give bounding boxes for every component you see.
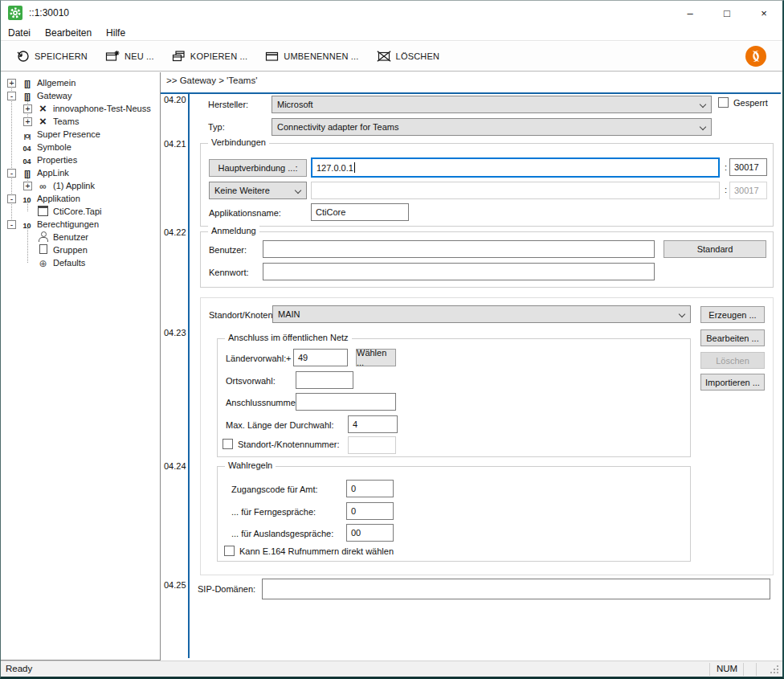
umbenennen-button[interactable]: UMBENENNEN ...	[263, 46, 361, 67]
applikationsname-input[interactable]: CtiCore	[311, 203, 409, 221]
tree-item-cticore-tapi[interactable]: CtiCore.Tapi	[1, 205, 160, 218]
e164-checkbox[interactable]	[224, 546, 235, 556]
weitere-port-input[interactable]: 30017	[729, 182, 767, 199]
innovaphone-logo	[744, 44, 768, 68]
collapse-icon[interactable]: -	[7, 194, 16, 203]
wahlregeln-title: Wahlregeln	[225, 460, 276, 470]
standard-button[interactable]: Standard	[664, 240, 766, 258]
chevron-down-icon	[679, 311, 685, 317]
weitere-verbindung-select[interactable]: Keine Weitere	[209, 182, 307, 199]
breadcrumb: >> Gateway > 'Teams'	[166, 76, 257, 85]
plus-prefix: +	[286, 354, 291, 363]
status-separator	[709, 663, 710, 676]
verbindungen-title: Verbindungen	[208, 137, 269, 147]
maxlaenge-label: Max. Länge der Durchwahl:	[226, 420, 334, 430]
tree-item-gruppen[interactable]: Gruppen	[1, 243, 160, 256]
tree-item-label: Teams	[53, 117, 79, 126]
anschlussnummer-input[interactable]	[296, 393, 396, 411]
menu-bearbeiten[interactable]: Bearbeiten	[38, 25, 99, 41]
waehlen-button[interactable]: Wählen ...	[356, 349, 396, 366]
minimize-button[interactable]: –	[672, 1, 708, 25]
chevron-down-icon	[295, 187, 301, 194]
tree-item-applink[interactable]: - AppLink	[1, 166, 160, 179]
rename-icon	[265, 50, 279, 63]
tree-item-super-presence[interactable]: Super Presence	[1, 128, 160, 141]
ferngespraeche-input[interactable]: 0	[346, 502, 394, 520]
section-number: 04.25	[164, 580, 188, 590]
copy-icon	[172, 50, 186, 63]
navigation-tree: + Allgemein - Gateway + innovaphone-Test…	[1, 72, 161, 661]
laendervorwahl-input[interactable]: 49	[293, 349, 348, 366]
sip-domaenen-input[interactable]	[262, 579, 770, 599]
tree-item-innovaphone-test-neuss[interactable]: + innovaphone-Test-Neuss	[1, 102, 160, 115]
tree-item-gateway[interactable]: - Gateway	[1, 89, 160, 102]
anmeldung-group: Anmeldung Benutzer: Standard Kennwort:	[200, 231, 774, 288]
gateway-x-icon	[36, 116, 50, 127]
tree-item-defaults[interactable]: Defaults	[1, 256, 160, 269]
collapse-icon[interactable]: -	[7, 220, 16, 229]
resize-grip[interactable]	[770, 665, 779, 674]
main-panel: >> Gateway > 'Teams' 04.20 04.21 04.22 0…	[161, 72, 783, 661]
tree-item-properties[interactable]: Properties	[1, 153, 160, 166]
knotennummer-input[interactable]	[348, 436, 396, 454]
kennwort-input[interactable]	[263, 263, 655, 280]
close-button[interactable]: ×	[745, 1, 782, 25]
tree-item-allgemein[interactable]: + Allgemein	[1, 76, 160, 89]
tree-item-1-applink[interactable]: + (1) Applink	[1, 179, 160, 192]
speichern-button[interactable]: SPEICHERN	[14, 46, 90, 67]
hersteller-select[interactable]: Microsoft	[272, 96, 712, 113]
weitere-verbindung-input[interactable]	[311, 182, 720, 199]
haupt-port-input[interactable]: 30017	[729, 158, 767, 176]
knotennummer-checkbox[interactable]	[223, 439, 233, 449]
tree-item-benutzer[interactable]: Benutzer	[1, 231, 160, 243]
status-separator	[756, 663, 757, 676]
tree-item-label: Gateway	[37, 91, 71, 100]
menu-hilfe[interactable]: Hilfe	[99, 25, 133, 41]
kopieren-button[interactable]: KOPIEREN ...	[169, 46, 250, 67]
typ-select[interactable]: Connectivity adapter for Teams	[272, 118, 712, 136]
erzeugen-button[interactable]: Erzeugen ...	[700, 306, 765, 323]
amt-input[interactable]: 0	[346, 480, 394, 497]
gesperrt-label: Gesperrt	[733, 98, 768, 108]
port-colon: :	[725, 185, 727, 194]
maxlaenge-input[interactable]: 4	[348, 415, 398, 433]
auslandsgespraeche-input[interactable]: 00	[346, 524, 394, 542]
tree-item-label: Symbole	[37, 142, 71, 152]
hauptverbindung-value: 127.0.0.1	[316, 163, 353, 173]
new-icon	[105, 50, 120, 63]
ortsvorwahl-label: Ortsvorwahl:	[226, 376, 276, 386]
status-separator	[743, 663, 744, 676]
menu-datei[interactable]: Datei	[1, 25, 38, 41]
expand-icon[interactable]: +	[23, 182, 32, 190]
maximize-button[interactable]: □	[708, 1, 745, 25]
standort-knoten-select[interactable]: MAIN	[272, 305, 691, 323]
hauptverbindung-button[interactable]: Hauptverbindung ...:	[209, 159, 307, 177]
tree-item-symbole[interactable]: Symbole	[1, 141, 160, 153]
gesperrt-checkbox[interactable]	[718, 97, 729, 108]
standort-value: MAIN	[278, 309, 300, 319]
benutzer-input[interactable]	[263, 240, 655, 258]
section-divider	[188, 94, 190, 658]
weitere-value: Keine Weitere	[214, 186, 270, 195]
bearbeiten-button[interactable]: Bearbeiten ...	[700, 329, 765, 346]
delete-icon	[377, 50, 391, 63]
hauptverbindung-input[interactable]: 127.0.0.1	[311, 157, 720, 178]
badge-10-icon	[20, 219, 34, 230]
anmeldung-title: Anmeldung	[208, 226, 259, 235]
tree-item-teams[interactable]: + Teams	[1, 115, 160, 128]
tree-item-berechtigungen[interactable]: - Berechtigungen	[1, 218, 160, 231]
tree-item-applikation[interactable]: - Applikation	[1, 192, 160, 205]
expand-icon[interactable]: +	[7, 79, 16, 88]
neu-button[interactable]: NEU ...	[103, 46, 157, 67]
anschlussnummer-label: Anschlussnummer:	[226, 398, 301, 407]
expand-icon[interactable]: +	[23, 117, 32, 126]
collapse-icon[interactable]: -	[7, 169, 16, 178]
expand-icon[interactable]: +	[23, 104, 32, 113]
loeschen-button[interactable]: LÖSCHEN	[374, 46, 443, 67]
importieren-button[interactable]: Importieren ...	[700, 374, 765, 391]
text-caret	[354, 162, 355, 173]
ortsvorwahl-input[interactable]	[296, 371, 353, 389]
tree-item-label: CtiCore.Tapi	[53, 207, 102, 216]
collapse-icon[interactable]: -	[7, 92, 16, 100]
tree-item-label: Benutzer	[53, 232, 88, 242]
